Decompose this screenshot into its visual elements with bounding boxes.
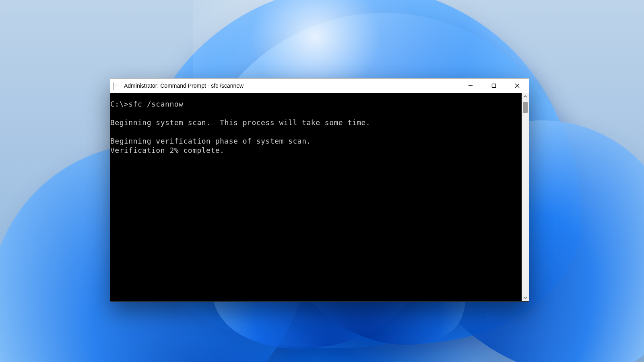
cmd-exe-icon (114, 83, 121, 88)
chevron-up-icon (523, 95, 527, 99)
close-icon (515, 83, 520, 88)
close-button[interactable] (506, 78, 529, 93)
terminal-line (110, 109, 522, 118)
maximize-icon (491, 83, 496, 88)
terminal-output[interactable]: C:\>sfc /scannow Beginning system scan. … (110, 93, 522, 301)
scroll-up-button[interactable] (522, 93, 529, 100)
vertical-scrollbar[interactable] (522, 93, 529, 301)
terminal-line: Verification 2% complete. (110, 146, 522, 155)
window-title: Administrator: Command Prompt - sfc /sca… (124, 78, 244, 93)
svg-rect-1 (492, 84, 496, 88)
minimize-button[interactable] (459, 78, 482, 93)
terminal-line (110, 127, 522, 136)
scrollbar-track[interactable] (522, 100, 529, 294)
terminal-line: Beginning verification phase of system s… (110, 136, 522, 146)
client-area: C:\>sfc /scannow Beginning system scan. … (110, 93, 529, 301)
desktop-background: Administrator: Command Prompt - sfc /sca… (0, 0, 644, 362)
command-prompt-window[interactable]: Administrator: Command Prompt - sfc /sca… (110, 78, 529, 302)
chevron-down-icon (523, 296, 527, 300)
scroll-down-button[interactable] (522, 294, 529, 301)
svg-rect-0 (469, 85, 473, 86)
maximize-button[interactable] (482, 78, 506, 93)
minimize-icon (468, 83, 473, 88)
titlebar[interactable]: Administrator: Command Prompt - sfc /sca… (110, 78, 529, 93)
terminal-line: C:\>sfc /scannow (110, 99, 522, 109)
terminal-line: Beginning system scan. This process will… (110, 118, 522, 127)
scrollbar-thumb[interactable] (523, 102, 528, 113)
